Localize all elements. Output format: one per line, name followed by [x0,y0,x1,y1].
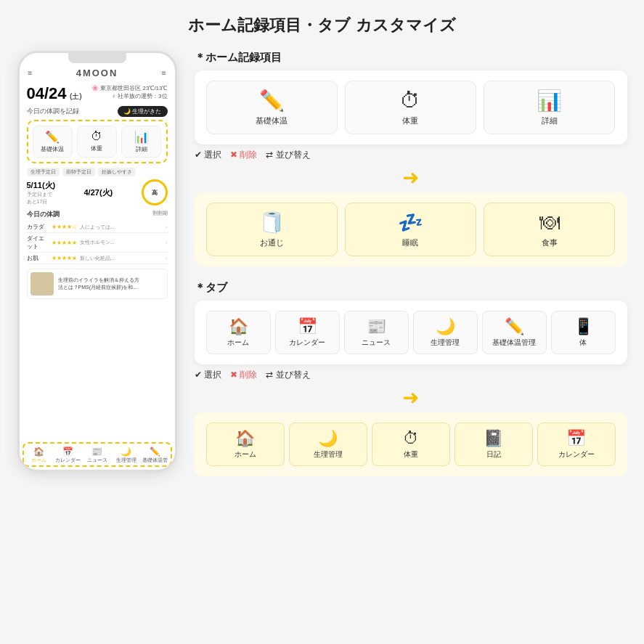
tab-after-item-0[interactable]: 🏠 ホーム [206,423,285,466]
home-record-action-row: ✔ 選択 ✖ 削除 ⇄ 並び替え [195,149,627,161]
home-record-before-item-1[interactable]: ⏱ 体重 [345,81,476,134]
home-record-after-box: 🧻 お通じ 💤 睡眠 🍽 食事 [195,192,627,266]
tab-before-box: 🏠 ホーム 📅 カレンダー 📰 ニュース 🌙 生理管理 [195,301,627,364]
phone-body-period: 割割期 [152,210,168,219]
phone-record-item-0[interactable]: ✏️ 基礎体温 [33,126,73,158]
tab-before-item-4[interactable]: ✏️ 基礎体温管理 [482,311,547,354]
right-panel: ＊ホーム記録項目 ✏️ 基礎体温 ⏱ 体重 📊 詳細 [195,51,627,479]
home-record-section-title: ＊ホーム記録項目 [195,51,627,65]
tab-before-item-2[interactable]: 📰 ニュース [344,311,409,354]
home-record-before-item-2[interactable]: 📊 詳細 [484,81,615,134]
phone-nav-temp[interactable]: ✏️ 基礎体温管 [142,447,169,464]
filter-icon: ≡ [162,69,166,77]
tab-sort[interactable]: ⇄ 並び替え [266,369,310,381]
tab-action-row: ✔ 選択 ✖ 削除 ⇄ 並び替え [195,369,627,381]
menstruation-badge[interactable]: 🌙 生理がきた [118,106,167,117]
menu-icon: ≡ [28,69,33,77]
phone-tag-0: 生理予定日 [27,168,60,176]
phone-body-items: カラダ ★★★★☆ 人によっては... › ダイエット ★★★★★ 女性ホルモン… [27,221,168,264]
tab-after-item-4[interactable]: 📅 カレンダー [537,423,616,466]
phone-notch [68,53,126,63]
phone-article[interactable]: 生理前のイライラを解消＆抑える方法とは？PMS(月経前症候群)を和… [27,269,168,299]
tab-before-item-3[interactable]: 🌙 生理管理 [413,311,478,354]
tab-delete[interactable]: ✖ 削除 [230,369,257,381]
phone-record-label: 今日の体調を記録 [27,107,79,116]
phone-nav-period[interactable]: 🌙 生理管理 [113,447,140,464]
app-name: 4MOON [76,68,118,78]
tab-section-title: ＊タブ [195,281,627,295]
phone-nav-calendar[interactable]: 📅 カレンダー [54,447,82,464]
home-record-after-item-2[interactable]: 🍽 食事 [484,203,615,256]
phone-weather: 🌸 東京都世田谷区 23℃/13℃ ♀ 社羊族の運勢：3位 [91,84,167,100]
home-record-delete[interactable]: ✖ 削除 [230,149,257,161]
tab-before-item-5[interactable]: 📱 体 [551,311,616,354]
phone-record-item-1[interactable]: ⏱ 体重 [77,126,117,158]
phone-sched-ovulation: 4/27(火) [84,187,137,198]
phone-record-item-2[interactable]: 📊 詳細 [121,126,161,158]
home-record-arrow: ➜ [195,166,627,189]
tab-after-box: 🏠 ホーム 🌙 生理管理 ⏱ 体重 📓 日記 [195,412,627,476]
phone-date: 04/24 (土) [27,84,82,103]
tab-arrow: ➜ [195,386,627,409]
home-record-after-item-1[interactable]: 💤 睡眠 [345,203,476,256]
phone-pms-circle: 高 [142,179,168,205]
tab-before-item-1[interactable]: 📅 カレンダー [275,311,340,354]
tab-after-item-1[interactable]: 🌙 生理管理 [289,423,367,466]
home-record-after-item-0[interactable]: 🧻 お通じ [206,203,338,256]
page-title: ホーム記録項目・タブ カスタマイズ [188,15,455,36]
article-text: 生理前のイライラを解消＆抑える方法とは？PMS(月経前症候群)を和… [58,277,139,291]
phone-body-label: 今日の体調 [27,210,60,219]
phone-mockup: ≡ 4MOON ≡ 04/24 (土) 🌸 東京都世田谷区 23℃/13℃ ♀ … [17,51,177,472]
tab-after-item-3[interactable]: 📓 日記 [455,423,533,466]
tab-after-item-2[interactable]: ⏱ 体重 [372,423,450,466]
phone-sched-period: 5/11(火) 予定日まであと17日 [27,180,80,205]
tab-select[interactable]: ✔ 選択 [195,369,221,381]
phone-tag-1: 排卵予定日 [62,168,95,176]
phone-nav-home[interactable]: 🏠 ホーム [25,447,53,464]
home-record-select[interactable]: ✔ 選択 [195,149,221,161]
home-record-before-item-0[interactable]: ✏️ 基礎体温 [206,81,338,134]
phone-bottom-nav: 🏠 ホーム 📅 カレンダー 📰 ニュース 🌙 生理管理 ✏️ 基礎体温管 [23,442,172,467]
phone-body-row-1[interactable]: ダイエット ★★★★★ 女性ホルモン... › [27,233,168,253]
home-record-before-box: ✏️ 基礎体温 ⏱ 体重 📊 詳細 [195,70,627,144]
tab-before-item-0[interactable]: 🏠 ホーム [206,311,271,354]
phone-nav-news[interactable]: 📰 ニュース [83,447,111,464]
phone-body-row-2[interactable]: お肌 ★★★★★ 新しい化粧品... › [27,253,168,264]
phone-record-items-box: ✏️ 基礎体温 ⏱ 体重 📊 詳細 [27,120,168,163]
home-record-sort[interactable]: ⇄ 並び替え [266,149,310,161]
phone-body-row-0[interactable]: カラダ ★★★★☆ 人によっては... › [27,221,168,233]
article-thumbnail [30,272,54,295]
phone-tag-2: 妊娠しやすさ [98,168,136,176]
